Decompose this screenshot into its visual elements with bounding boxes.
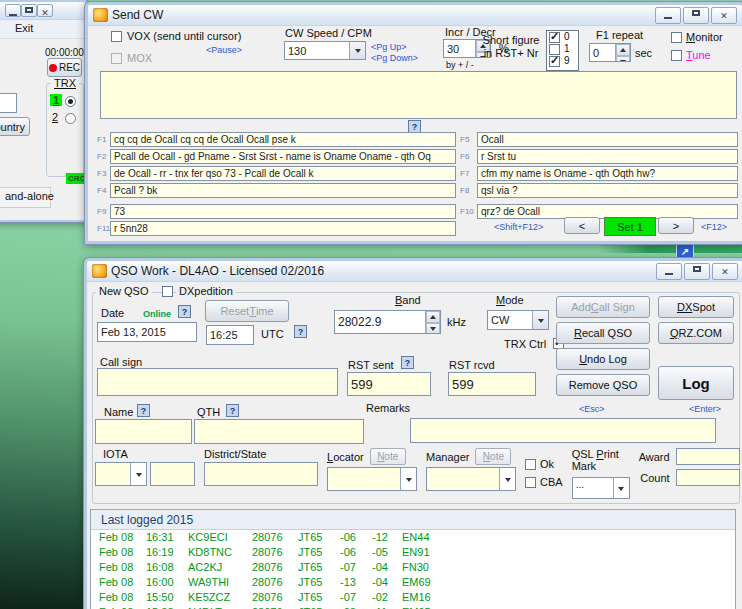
cw-macro-input-f3[interactable]: de Ocall - rr - tnx fer qso 73 - Pcall d… — [110, 166, 456, 181]
help-button[interactable]: ? — [226, 404, 239, 417]
close-icon[interactable] — [711, 7, 737, 24]
recall-qso-button[interactable]: Recall QSO — [556, 322, 650, 344]
trx1-radio[interactable] — [65, 96, 76, 107]
log-row[interactable]: Feb 0816:31KC9ECI28076JT65-06-12EN44 — [91, 530, 735, 545]
date-input[interactable]: Feb 13, 2015 — [97, 322, 197, 342]
cw-macro-input-f8[interactable]: qsl via ? — [477, 183, 738, 198]
qso-work-titlebar[interactable]: QSO Work - DL4AO - Licensed 02/2016 — [87, 261, 742, 282]
spin-up-icon[interactable] — [616, 44, 630, 56]
dx-spot-button[interactable]: DX Spot — [658, 296, 734, 318]
locator-combo[interactable] — [327, 467, 417, 491]
set-indicator[interactable]: Set 1 — [604, 217, 656, 236]
tune-checkbox[interactable] — [671, 50, 682, 61]
manager-combo[interactable] — [426, 467, 516, 491]
remove-qso-button[interactable]: Remove QSO — [556, 374, 650, 396]
log-row[interactable]: Feb 0815:50KE5ZCZ28076JT65-07-02EM16 — [91, 590, 735, 605]
cw-macro-input-f7[interactable]: cfm my name is Oname - qth Oqth hw? — [477, 166, 738, 181]
help-button[interactable]: ? — [178, 305, 191, 318]
log-row[interactable]: Feb 0816:19KD8TNC28076JT65-06-05EN91 — [91, 545, 735, 560]
f12-link[interactable]: <F12> — [701, 222, 727, 232]
trx-ctrl-label: TRX Ctrl — [504, 338, 546, 350]
chevron-down-icon[interactable] — [532, 311, 548, 329]
fkey-label: F2 — [97, 152, 110, 161]
minimize-icon[interactable] — [655, 7, 681, 24]
cw-macro-input-f11[interactable]: r 5nn28 — [110, 221, 456, 236]
ok-checkbox[interactable] — [525, 459, 536, 470]
short-figure-0-checkbox[interactable] — [549, 32, 560, 43]
help-button[interactable]: ? — [137, 404, 150, 417]
vox-checkbox[interactable] — [111, 31, 122, 42]
cw-macro-input-f6[interactable]: r Srst tu — [477, 149, 738, 164]
manager-label: Manager — [426, 451, 469, 463]
cw-macro-input-f1[interactable]: cq cq de Ocall cq cq de Ocall Ocall pse … — [110, 132, 456, 147]
chevron-down-icon[interactable] — [499, 468, 515, 490]
spin-down-icon[interactable] — [426, 323, 440, 334]
prev-set-button[interactable]: < — [564, 217, 600, 234]
pgdown-link[interactable]: <Pg Down> — [371, 53, 418, 63]
help-button[interactable]: ? — [294, 325, 307, 338]
fkey-label: F6 — [460, 152, 477, 161]
maximize-icon[interactable] — [21, 4, 37, 17]
pause-link[interactable]: <Pause> — [206, 45, 242, 55]
partial-field[interactable] — [0, 93, 17, 113]
close-icon[interactable] — [712, 263, 738, 280]
cw-macro-input-f2[interactable]: Pcall de Ocall - gd Pname - Srst Srst - … — [110, 149, 456, 164]
award-input[interactable] — [676, 448, 740, 465]
log-row[interactable]: Feb 0816:00WA9THI28076JT65-13-04EM69 — [91, 575, 735, 590]
chevron-down-icon[interactable] — [349, 42, 365, 59]
tune-label: Tune — [686, 49, 711, 61]
chevron-down-icon[interactable] — [400, 468, 416, 490]
log-row[interactable]: Feb 0816:08AC2KJ28076JT65-07-04FN30 — [91, 560, 735, 575]
main-window-titlebar[interactable] — [0, 2, 85, 20]
qth-input[interactable] — [194, 419, 364, 444]
frequency-input[interactable]: 28022.9 — [334, 310, 441, 334]
f1-repeat-spinner[interactable]: 0 — [589, 43, 631, 62]
count-input[interactable] — [676, 469, 740, 486]
cw-speed-combo[interactable]: 130 — [284, 41, 366, 60]
qrz-com-button[interactable]: QRZ.COM — [658, 322, 734, 344]
rec-button[interactable]: REC — [47, 58, 82, 77]
remarks-input[interactable] — [410, 418, 716, 443]
log-row[interactable]: Feb 0815:38N4DLT28076JT65-08-11EM95 — [91, 605, 735, 609]
trx2-radio[interactable] — [65, 113, 76, 124]
call-sign-input[interactable] — [97, 368, 338, 396]
maximize-icon[interactable] — [684, 263, 710, 280]
pgup-link[interactable]: <Pg Up> — [371, 42, 407, 52]
undo-log-button[interactable]: Undo Log — [556, 348, 650, 370]
chevron-down-icon[interactable] — [130, 463, 146, 485]
rst-rcvd-input[interactable]: 599 — [448, 372, 536, 396]
iota-ref-input[interactable] — [150, 462, 195, 486]
iota-combo[interactable] — [95, 462, 147, 486]
spin-up-icon[interactable] — [426, 311, 440, 323]
next-set-button[interactable]: > — [658, 217, 694, 234]
mox-label: MOX — [127, 52, 152, 64]
minimize-icon[interactable] — [5, 4, 21, 17]
name-input[interactable] — [95, 419, 192, 444]
mode-combo[interactable]: CW — [487, 310, 549, 330]
locator-note-button: Note — [370, 448, 406, 465]
time-input[interactable]: 16:25 — [206, 325, 254, 345]
cw-macro-input-f5[interactable]: Ocall — [477, 132, 738, 147]
short-figure-9-checkbox[interactable] — [549, 56, 560, 67]
cw-text-area[interactable] — [100, 71, 737, 119]
shift-f12-link[interactable]: <Shift+F12> — [494, 222, 543, 232]
chevron-down-icon[interactable] — [613, 478, 629, 498]
rst-sent-input[interactable]: 599 — [347, 372, 431, 396]
spin-down-icon[interactable] — [616, 56, 630, 62]
maximize-icon[interactable] — [683, 7, 709, 24]
close-icon[interactable] — [37, 4, 53, 17]
district-state-input[interactable] — [204, 462, 318, 486]
qsl-print-mark-combo[interactable]: ... — [572, 477, 630, 499]
minimize-icon[interactable] — [656, 263, 682, 280]
log-button[interactable]: Log — [658, 366, 734, 400]
send-cw-titlebar[interactable]: Send CW — [88, 5, 742, 26]
last-logged-list[interactable]: Feb 0816:31KC9ECI28076JT65-06-12EN44 Feb… — [91, 530, 735, 609]
cw-macro-input-f4[interactable]: Pcall ? bk — [110, 183, 456, 198]
cba-checkbox[interactable] — [525, 477, 536, 488]
help-button[interactable]: ? — [401, 356, 414, 369]
cw-macro-input-f9[interactable]: 73 — [110, 204, 456, 219]
menu-exit[interactable]: Exit — [15, 22, 33, 34]
dxpedition-checkbox[interactable] — [162, 286, 173, 297]
monitor-checkbox[interactable] — [671, 32, 682, 43]
country-button[interactable]: Country — [0, 117, 30, 136]
